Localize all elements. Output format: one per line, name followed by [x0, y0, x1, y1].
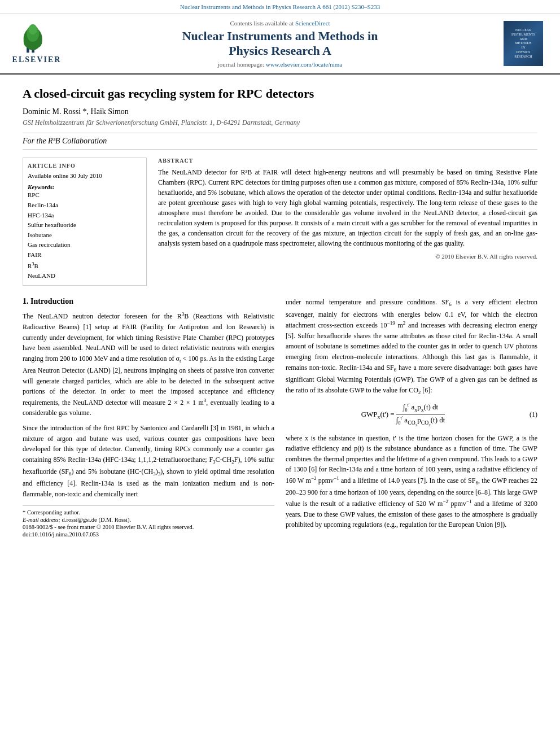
copyright-line: © 2010 Elsevier B.V. All rights reserved… [158, 253, 537, 260]
keywords-label: Keywords: [28, 184, 142, 190]
footnote-corresponding: * Corresponding author. [23, 509, 274, 516]
keyword-item: Isobutane [28, 230, 142, 241]
article-authors: Dominic M. Rossi *, Haik Simon [23, 107, 537, 116]
available-online: Available online 30 July 2010 [28, 172, 142, 179]
journal-title: Nuclear Instruments and Methods in Physi… [62, 29, 498, 59]
keyword-item: Gas recirculation [28, 240, 142, 250]
elsevier-logo-container: ELSEVIER [11, 23, 62, 64]
keyword-item: RPC [28, 190, 142, 200]
journal-thumb-text: NUCLEAR INSTRUMENTS AND METHODS IN PHYSI… [511, 28, 535, 59]
footnote-doi: doi:10.1016/j.nima.2010.07.053 [23, 531, 274, 538]
formula-block: GWPx(t') = ∫0t' axpx(t) dt ∫0t' aCO2pCO2… [286, 403, 537, 427]
journal-citation-link[interactable]: Nuclear Instruments and Methods in Physi… [180, 3, 380, 10]
keyword-item: R3B [28, 260, 142, 271]
journal-homepage: journal homepage: www.elsevier.com/locat… [62, 61, 498, 68]
collaboration-line: For the R³B Collaboration [23, 133, 537, 150]
article-affiliation: GSI Helmholtzzentrum für Schwerionenfors… [23, 119, 537, 127]
journal-header: ELSEVIER Contents lists available at Sci… [0, 14, 560, 75]
journal-thumbnail-container: NUCLEAR INSTRUMENTS AND METHODS IN PHYSI… [498, 21, 549, 66]
footnote-section: * Corresponding author. E-mail address: … [23, 505, 274, 538]
intro-para1: The NeuLAND neutron detector foreseen fo… [23, 311, 274, 418]
article-body: 1. Introduction The NeuLAND neutron dete… [23, 297, 537, 538]
elsevier-brand-text: ELSEVIER [12, 55, 62, 64]
article-content: A closed-circuit gas recycling system fo… [0, 75, 560, 550]
keyword-item: Sulfur hexafluoride [28, 220, 142, 230]
journal-header-center: Contents lists available at ScienceDirec… [62, 20, 498, 68]
abstract-column: ABSTRACT The NeuLAND detector for R³B at… [158, 158, 537, 286]
sciencedirect-link[interactable]: ScienceDirect [295, 20, 330, 27]
article-info-abstract-section: ARTICLE INFO Available online 30 July 20… [23, 158, 537, 286]
article-info-box: ARTICLE INFO Available online 30 July 20… [23, 158, 147, 286]
formula-text: GWPx(t') = ∫0t' axpx(t) dt ∫0t' aCO2pCO2… [361, 410, 445, 418]
journal-bar: Nuclear Instruments and Methods in Physi… [0, 0, 560, 14]
keyword-item: FAIR [28, 250, 142, 260]
intro-para2: Since the introduction of the first RPC … [23, 423, 274, 500]
journal-thumbnail: NUCLEAR INSTRUMENTS AND METHODS IN PHYSI… [504, 21, 543, 66]
abstract-text: The NeuLAND detector for R³B at FAIR wil… [158, 167, 537, 248]
body-column-right: under normal temperature and pressure co… [286, 297, 537, 538]
keyword-item: Reclin-134a [28, 200, 142, 211]
article-title: A closed-circuit gas recycling system fo… [23, 86, 537, 102]
abstract-section: ABSTRACT The NeuLAND detector for R³B at… [158, 158, 537, 260]
keyword-item: HFC-134a [28, 211, 142, 221]
right-para2: where x is the substance in question, t'… [286, 433, 537, 530]
abstract-label: ABSTRACT [158, 158, 537, 164]
svg-point-6 [28, 24, 37, 34]
keywords-list: RPC Reclin-134a HFC-134a Sulfur hexafluo… [28, 190, 142, 281]
footnote-email: E-mail address: d.rossi@gsi.de (D.M. Ros… [23, 517, 274, 523]
sciencedirect-link-line: Contents lists available at ScienceDirec… [62, 20, 498, 27]
article-info-label: ARTICLE INFO [28, 163, 142, 169]
keyword-item: NeuLAND [28, 271, 142, 281]
body-column-left: 1. Introduction The NeuLAND neutron dete… [23, 297, 274, 538]
introduction-heading: 1. Introduction [23, 297, 274, 306]
right-para1: under normal temperature and pressure co… [286, 297, 537, 397]
article-info-column: ARTICLE INFO Available online 30 July 20… [23, 158, 147, 286]
formula-number: (1) [520, 410, 537, 419]
footnote-issn: 0168-9002/$ - see front matter © 2010 El… [23, 524, 274, 530]
elsevier-tree-icon [21, 23, 53, 54]
formula-content: GWPx(t') = ∫0t' axpx(t) dt ∫0t' aCO2pCO2… [286, 403, 520, 427]
homepage-link[interactable]: www.elsevier.com/locate/nima [266, 61, 343, 68]
